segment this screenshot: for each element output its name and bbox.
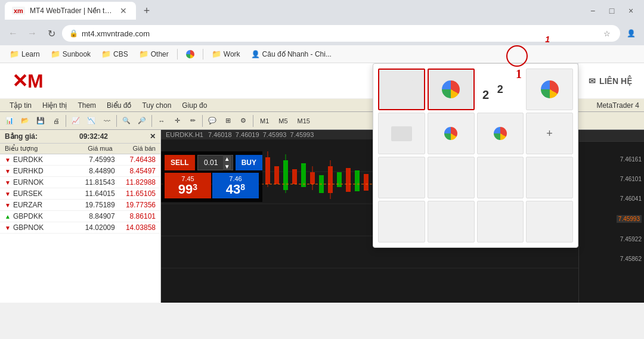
svg-rect-11 xyxy=(301,163,306,187)
price-level-4: 7.45993 xyxy=(617,215,642,223)
ws-thumb-3[interactable] xyxy=(526,69,573,110)
ws-thumb-7[interactable] xyxy=(378,157,425,198)
ws-thumb-add[interactable]: + xyxy=(526,113,573,154)
direction-arrow: ▼ xyxy=(5,157,11,163)
minimize-button[interactable]: − xyxy=(584,2,601,19)
tool-zoom-out[interactable]: 🔎 xyxy=(135,114,149,128)
tool-expert[interactable]: ⚙ xyxy=(236,114,250,128)
contact-button[interactable]: ✉ LIÊN HỆ xyxy=(589,76,632,86)
tool-arrow[interactable]: ↔ xyxy=(154,114,169,128)
ws-thumb-13[interactable] xyxy=(477,201,524,242)
direction-arrow: ▼ xyxy=(5,191,11,197)
time-label: 09:32:42 xyxy=(79,132,108,141)
buy-button[interactable]: BUY xyxy=(236,155,262,170)
symbol-row-eurdkk[interactable]: ▼ EURDKK 7.45993 7.46438 xyxy=(0,154,160,166)
close-symbol-list[interactable]: ✕ xyxy=(150,132,156,141)
tab-close-button[interactable]: ✕ xyxy=(118,5,129,16)
ws-thumb-14[interactable] xyxy=(526,201,573,242)
symbol-row-eursek[interactable]: ▼ EURSEK 11.64015 11.65105 xyxy=(0,188,160,200)
bookmark-chrome[interactable] xyxy=(181,49,199,60)
menu-taptin[interactable]: Tập tin xyxy=(5,100,36,111)
maximize-button[interactable]: □ xyxy=(603,2,620,19)
chrome-icon xyxy=(442,80,460,98)
symbol-row-eurzar[interactable]: ▼ EURZAR 19.75189 19.77356 xyxy=(0,200,160,211)
symbol-sell-price: 8.86101 xyxy=(115,212,156,220)
ws-thumb-10[interactable] xyxy=(526,157,573,198)
new-tab-button[interactable]: + xyxy=(138,2,155,19)
tool-draw[interactable]: ✏ xyxy=(185,114,200,128)
bookmark-learn[interactable]: 📁 Learn xyxy=(5,48,45,60)
bookmark-quiz[interactable]: 👤 Câu đố Nhanh - Chi... xyxy=(246,49,336,60)
toolbar-separator-1 xyxy=(66,115,66,127)
lot-increase[interactable]: ▲ xyxy=(223,155,231,163)
symbol-buy-price: 8.84907 xyxy=(74,212,114,220)
back-button[interactable]: ← xyxy=(5,25,21,42)
symbol-row-gbpdkk[interactable]: ▲ GBPDKK 8.84907 8.86101 xyxy=(0,211,160,222)
symbol-row-eurnok[interactable]: ▼ EURNOK 11.81543 11.82988 xyxy=(0,177,160,188)
symbol-name: EURDKK xyxy=(13,155,74,164)
tool-line[interactable]: 〰 xyxy=(100,114,114,128)
banggia-label: Bảng giá: xyxy=(5,132,38,141)
ws-thumb-label: 2 xyxy=(477,69,524,110)
ws-thumb-11[interactable] xyxy=(378,201,425,242)
menu-them[interactable]: Them xyxy=(73,100,101,111)
lot-input[interactable] xyxy=(199,155,223,170)
sell-button[interactable]: SELL xyxy=(165,155,195,170)
omnibar-icons: ☆ xyxy=(601,27,613,39)
tool-save[interactable]: 💾 xyxy=(33,114,48,128)
tool-print[interactable]: 🖨 xyxy=(49,114,63,128)
menu-hienthi[interactable]: Hiện thị xyxy=(38,100,72,111)
menu-giupdo[interactable]: Giup đo xyxy=(177,100,212,111)
tool-grid[interactable]: ⊞ xyxy=(221,114,235,128)
tf-m1[interactable]: M1 xyxy=(256,116,273,126)
window-switcher[interactable]: 2 + xyxy=(373,63,578,248)
tool-crosshair[interactable]: ✛ xyxy=(170,114,184,128)
symbol-buy-price: 11.81543 xyxy=(74,178,114,186)
symbol-row-eurhkd[interactable]: ▼ EURHKD 8.44890 8.45497 xyxy=(0,166,160,177)
profile-button[interactable]: 👤 xyxy=(623,25,639,42)
ws-thumb-4[interactable] xyxy=(378,113,425,154)
active-tab[interactable]: xm MT4 WebTrader | Nền tảng MT... ✕ xyxy=(5,2,136,20)
close-button[interactable]: × xyxy=(623,2,639,19)
tool-candlestick[interactable]: 📉 xyxy=(84,114,98,128)
ws-thumb-12[interactable] xyxy=(428,201,475,242)
lot-decrease[interactable]: ▼ xyxy=(223,163,231,170)
bookmark-work-label: Work xyxy=(224,50,240,58)
tool-zoom-in[interactable]: 🔍 xyxy=(119,114,134,128)
mt4-label: MetaTrader 4 xyxy=(596,101,639,110)
symbol-row-gbpnok[interactable]: ▼ GBPNOK 14.02009 14.03858 xyxy=(0,222,160,234)
bookmark-sunbook[interactable]: 📁 Sunbook xyxy=(46,48,95,60)
menu-bieudo[interactable]: Biểu đồ xyxy=(102,100,136,111)
reload-button[interactable]: ↻ xyxy=(43,25,60,42)
chart-symbol: EURDKK.H1 xyxy=(166,131,203,138)
tool-bar[interactable]: 📈 xyxy=(69,114,83,128)
bookmark-quiz-label: Câu đố Nhanh - Chi... xyxy=(262,50,332,58)
ws-thumb-2[interactable] xyxy=(428,69,475,110)
tool-open[interactable]: 📂 xyxy=(18,114,32,128)
bookmark-work[interactable]: 📁 Work xyxy=(207,48,245,60)
tool-comment[interactable]: 💬 xyxy=(205,114,219,128)
symbol-name: EURNOK xyxy=(13,178,74,186)
ws-thumb-9[interactable] xyxy=(477,157,524,198)
tab-title: MT4 WebTrader | Nền tảng MT... xyxy=(30,7,113,15)
symbol-name: EURZAR xyxy=(13,201,74,209)
ws-thumb-8[interactable] xyxy=(428,157,475,198)
ws-thumb-6[interactable] xyxy=(477,113,524,154)
bookmark-other[interactable]: 📁 Other xyxy=(134,48,174,60)
ws-thumb-1[interactable] xyxy=(378,69,425,110)
forward-button[interactable]: → xyxy=(24,25,41,42)
price-level-6: 7.45862 xyxy=(620,256,642,262)
tf-m5[interactable]: M5 xyxy=(274,116,292,126)
bookmark-cbs[interactable]: 📁 CBS xyxy=(97,48,133,60)
tool-new-chart[interactable]: 📊 xyxy=(2,114,17,128)
ws-thumb-5[interactable] xyxy=(428,113,475,154)
star-icon[interactable]: ☆ xyxy=(601,27,613,39)
address-bar[interactable]: 🔒 mt4.xmvntrade.com ☆ xyxy=(62,25,620,42)
tf-m15[interactable]: M15 xyxy=(293,116,314,126)
price-display: 7.45 993 7.46 438 xyxy=(165,173,259,198)
menu-tuychon[interactable]: Tuy chon xyxy=(137,100,176,111)
svg-rect-10 xyxy=(292,169,297,184)
right-price-panel: 7.46161 7.46101 7.46041 7.45993 7.45922 … xyxy=(578,130,644,303)
lock-icon: 🔒 xyxy=(69,29,78,38)
direction-arrow: ▼ xyxy=(5,179,11,186)
